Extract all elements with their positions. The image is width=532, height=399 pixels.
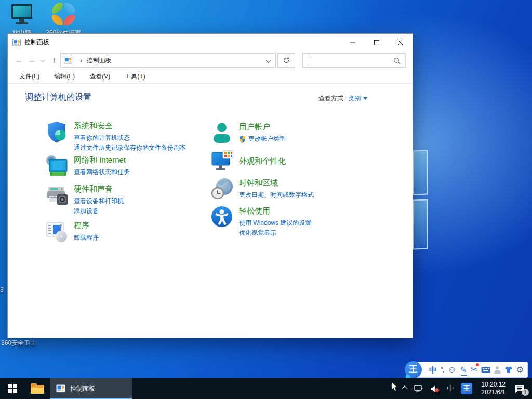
category-title[interactable]: 用户帐户 <box>239 122 286 132</box>
category-system-security: 系统和安全 查看你的计算机状态 通过文件历史记录保存你的文件备份副本 <box>45 120 186 153</box>
back-button[interactable]: ← <box>13 51 24 70</box>
dropdown-arrow-icon <box>363 97 367 100</box>
address-control-panel-icon <box>64 56 72 64</box>
tray-show-hidden-icons-button[interactable] <box>399 378 410 399</box>
category-title[interactable]: 时钟和区域 <box>239 178 314 188</box>
desktop: 此电脑 360软件管家 3 360安全卫士 控制面板 ← → ↑ › <box>0 0 532 399</box>
ime-soft-keyboard-button[interactable] <box>481 367 490 373</box>
clock-time: 10:20:12 <box>481 381 506 389</box>
flower-app-icon <box>51 2 75 26</box>
menu-view[interactable]: 查看(V) <box>82 72 117 81</box>
mouse-cursor <box>391 382 398 392</box>
ime-account-button[interactable] <box>494 366 501 374</box>
task-label: 控制面板 <box>70 384 95 393</box>
wallpaper-logo-pane-top <box>413 150 428 195</box>
address-bar[interactable]: › 控制面板 <box>60 53 276 68</box>
taskbar-control-panel-button[interactable]: 控制面板 <box>50 378 132 399</box>
category-title[interactable]: 网络和 Internet <box>74 155 130 165</box>
file-explorer-button[interactable] <box>25 378 50 399</box>
up-button[interactable]: ↑ <box>48 51 60 70</box>
network-internet-icon[interactable] <box>45 154 69 178</box>
user-accounts-icon[interactable] <box>210 121 234 145</box>
menu-edit[interactable]: 编辑(E) <box>47 72 82 81</box>
system-security-icon[interactable] <box>45 120 69 144</box>
menu-file[interactable]: 文件(F) <box>12 72 47 81</box>
tray-network-icon[interactable] <box>410 378 427 399</box>
refresh-icon <box>283 57 290 64</box>
category-link[interactable]: 查看网络状态和任务 <box>74 167 130 177</box>
category-link[interactable]: 更改日期、时间或数字格式 <box>239 190 314 200</box>
category-programs: 程序 卸载程序 <box>45 220 99 244</box>
desktop-icon-flower-app[interactable]: 360软件管家 <box>44 2 83 37</box>
navigation-bar: ← → ↑ › 控制面板 <box>8 51 413 70</box>
ime-language-bar: 王 中 °, ☺ ✎ ✂ ⚙ <box>411 362 528 378</box>
category-link[interactable]: 添加设备 <box>74 206 124 216</box>
refresh-button[interactable] <box>277 53 295 68</box>
tray-volume-muted-icon[interactable] <box>427 378 443 399</box>
desktop-icon-360-label[interactable]: 360安全卫士 <box>1 339 36 348</box>
hardware-sound-icon[interactable] <box>45 183 69 207</box>
system-tray: 中 王 10:20:122021/6/1 1 <box>399 378 532 399</box>
address-dropdown[interactable] <box>267 57 270 64</box>
windows-logo-icon <box>8 384 17 393</box>
ease-of-access-icon[interactable] <box>210 205 234 229</box>
ime-punctuation-button[interactable]: °, <box>441 367 444 373</box>
ime-emoji-button[interactable]: ☺ <box>447 365 456 374</box>
category-link[interactable]: 卸载程序 <box>74 233 99 243</box>
category-title[interactable]: 轻松使用 <box>239 206 311 216</box>
category-link[interactable]: 查看设备和打印机 <box>74 196 124 206</box>
category-title[interactable]: 外观和个性化 <box>239 156 286 166</box>
clock-region-icon[interactable] <box>210 177 234 201</box>
minimize-icon <box>350 40 355 45</box>
taskbar-clock[interactable]: 10:20:122021/6/1 <box>476 378 511 399</box>
folder-icon <box>31 383 44 394</box>
category-link[interactable]: 更改帐户类型 <box>248 134 286 144</box>
page-title: 调整计算机的设置 <box>25 92 91 103</box>
start-button[interactable] <box>0 378 25 399</box>
ime-logo[interactable]: 王 <box>405 361 422 378</box>
wallpaper-logo-pane-bottom <box>413 199 428 249</box>
category-link[interactable]: 优化视觉显示 <box>239 228 311 238</box>
menu-tools[interactable]: 工具(T) <box>117 72 152 81</box>
ime-settings-button[interactable]: ⚙ <box>516 365 524 375</box>
tray-ime-mode-indicator[interactable]: 中 <box>443 378 457 399</box>
category-ease-of-access: 轻松使用 使用 Windows 建议的设置 优化视觉显示 <box>210 205 311 238</box>
category-link[interactable]: 通过文件历史记录保存你的文件备份副本 <box>74 143 186 153</box>
breadcrumb[interactable]: 控制面板 <box>87 56 112 65</box>
notification-badge: 1 <box>522 389 529 396</box>
title-bar[interactable]: 控制面板 <box>8 34 413 51</box>
category-hardware-sound: 硬件和声音 查看设备和打印机 添加设备 <box>45 183 124 216</box>
programs-icon[interactable] <box>45 220 69 244</box>
category-user-accounts: 用户帐户 更改帐户类型 <box>210 121 286 145</box>
view-by-dropdown[interactable]: 类别 <box>348 94 367 103</box>
control-panel-window: 控制面板 ← → ↑ › 控制面板 <box>7 33 413 338</box>
category-network-internet: 网络和 Internet 查看网络状态和任务 <box>45 154 130 178</box>
menu-bar: 文件(F) 编辑(E) 查看(V) 工具(T) <box>8 70 413 84</box>
recent-pages-dropdown[interactable] <box>39 51 46 70</box>
forward-button[interactable]: → <box>26 51 38 70</box>
desktop-icon-this-pc[interactable]: 此电脑 <box>2 3 42 37</box>
minimize-button[interactable] <box>341 34 365 51</box>
ime-skin-button[interactable] <box>504 366 513 374</box>
ime-screenshot-button[interactable]: ✂ <box>470 365 477 375</box>
category-link[interactable]: 查看你的计算机状态 <box>74 133 186 143</box>
ime-handwriting-button[interactable]: ✎ <box>460 365 467 375</box>
category-title[interactable]: 系统和安全 <box>74 121 186 131</box>
search-box[interactable] <box>302 53 406 68</box>
search-icon[interactable] <box>393 57 401 64</box>
appearance-personalization-icon[interactable] <box>210 149 234 173</box>
clock-date: 2021/6/1 <box>481 389 506 396</box>
category-title[interactable]: 硬件和声音 <box>74 184 124 194</box>
action-center-button[interactable]: 1 <box>511 378 532 399</box>
text-caret <box>308 57 308 65</box>
category-title[interactable]: 程序 <box>74 220 99 231</box>
tray-ime-logo-button[interactable]: 王 <box>457 378 476 399</box>
taskbar: 控制面板 中 王 10:20:122021/6/1 <box>0 378 532 399</box>
ime-chinese-mode-button[interactable]: 中 <box>429 366 437 374</box>
close-icon <box>398 40 403 45</box>
maximize-button[interactable] <box>365 34 389 51</box>
category-link[interactable]: 使用 Windows 建议的设置 <box>239 218 311 228</box>
desktop-partial-icon-label[interactable]: 3 <box>0 286 7 294</box>
close-button[interactable] <box>389 34 413 51</box>
this-pc-icon <box>10 3 33 26</box>
